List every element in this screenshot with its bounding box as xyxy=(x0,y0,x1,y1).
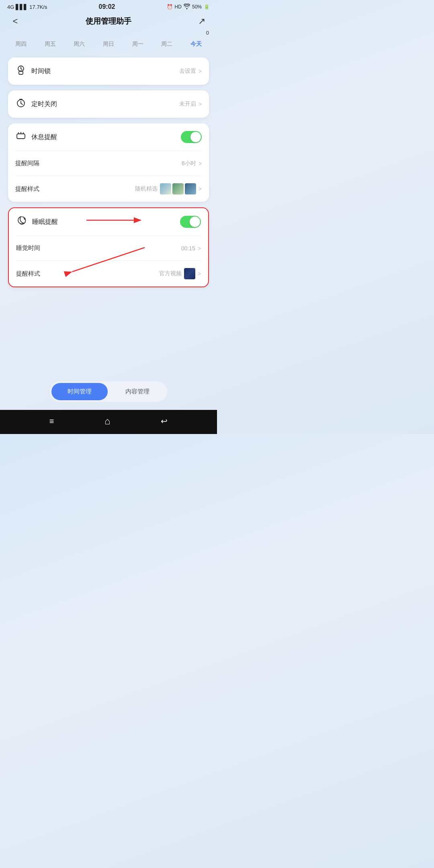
signal-bars: ▋▋▋ xyxy=(16,4,28,10)
tab-mon[interactable]: 周一 xyxy=(131,40,145,49)
wifi-icon xyxy=(184,4,190,10)
sleep-reminder-icon xyxy=(16,215,27,228)
rest-style-right: 随机精选 > xyxy=(135,183,202,194)
thumb-1 xyxy=(160,183,171,194)
header-count: 0 xyxy=(0,30,217,36)
time-lock-icon xyxy=(15,65,27,78)
sleep-style-label: 提醒样式 xyxy=(16,270,40,278)
timer-label: 定时关闭 xyxy=(31,100,57,108)
timer-chevron: > xyxy=(199,101,202,107)
signal-text: 4G xyxy=(7,4,14,10)
tab-today[interactable]: 今天 xyxy=(189,40,203,49)
svg-line-2 xyxy=(21,69,22,70)
status-right: ⏰ HD 50% 🔋 xyxy=(167,4,210,10)
sleep-reminder-card: 睡眠提醒 睡觉时间 00:15 > 提醒样式 官方视频 > xyxy=(8,207,209,287)
sleep-reminder-left: 睡眠提醒 xyxy=(16,215,58,228)
tab-content-mgmt[interactable]: 内容管理 xyxy=(109,383,166,400)
content-area: 时间锁 去设置 > 定时关闭 xyxy=(0,54,217,375)
thumb-official xyxy=(184,268,195,279)
tab-thu[interactable]: 周四 xyxy=(14,40,28,49)
time-lock-right: 去设置 > xyxy=(179,68,202,75)
sleep-reminder-toggle[interactable] xyxy=(180,216,201,228)
sleep-time-right: 00:15 > xyxy=(181,245,201,252)
sleep-time-chevron: > xyxy=(198,245,201,252)
rest-reminder-row[interactable]: 休息提醒 xyxy=(15,123,202,151)
sleep-reminder-label: 睡眠提醒 xyxy=(32,218,58,226)
sleep-style-right: 官方视频 > xyxy=(159,268,201,279)
sleep-time-row[interactable]: 睡觉时间 00:15 > xyxy=(16,235,201,260)
nav-back-icon[interactable]: ↩ xyxy=(161,416,168,426)
rest-interval-label: 提醒间隔 xyxy=(15,160,39,167)
battery-icon: 🔋 xyxy=(204,4,210,10)
status-left: 4G ▋▋▋ 17.7K/s xyxy=(7,4,47,10)
time-lock-chevron: > xyxy=(199,68,202,74)
rest-reminder-card: 休息提醒 提醒间隔 8小时 > 提醒样式 随机精选 > xyxy=(8,123,209,202)
nav-bar: ≡ ⌂ ↩ xyxy=(0,410,217,434)
timer-action: 未开启 xyxy=(179,100,196,108)
timer-icon xyxy=(15,98,27,111)
rest-style-row[interactable]: 提醒样式 随机精选 > xyxy=(15,176,202,202)
tab-sun[interactable]: 周日 xyxy=(101,40,116,49)
rest-style-value: 随机精选 xyxy=(135,185,158,192)
rest-interval-value: 8小时 xyxy=(182,160,196,167)
rest-style-thumbs xyxy=(160,183,196,194)
svg-line-8 xyxy=(21,103,23,104)
time-lock-card: 时间锁 去设置 > xyxy=(8,57,209,85)
share-button[interactable]: ↗ xyxy=(194,16,209,27)
timer-card: 定时关闭 未开启 > xyxy=(8,90,209,118)
svg-rect-10 xyxy=(17,134,25,139)
bottom-tabs-inner: 时间管理 内容管理 xyxy=(50,381,167,402)
alarm-icon: ⏰ xyxy=(167,4,173,10)
tab-fri[interactable]: 周五 xyxy=(43,40,57,49)
header: < 使用管理助手 ↗ xyxy=(0,12,217,30)
bottom-tabs: 时间管理 内容管理 xyxy=(0,375,217,410)
time-lock-label: 时间锁 xyxy=(31,67,51,76)
rest-interval-chevron: > xyxy=(199,160,202,167)
timer-left: 定时关闭 xyxy=(15,98,57,111)
nav-home-icon[interactable]: ⌂ xyxy=(104,416,111,427)
sleep-time-value: 00:15 xyxy=(181,245,195,252)
rest-style-chevron: > xyxy=(199,186,202,192)
status-time: 09:02 xyxy=(99,3,115,10)
thumb-2 xyxy=(172,183,184,194)
sleep-reminder-row[interactable]: 睡眠提醒 xyxy=(16,208,201,235)
day-tabs: 周四 周五 周六 周日 周一 周二 今天 xyxy=(0,37,217,54)
rest-interval-right: 8小时 > xyxy=(182,160,202,167)
rest-reminder-toggle[interactable] xyxy=(181,131,202,143)
rest-style-label: 提醒样式 xyxy=(15,185,39,193)
back-button[interactable]: < xyxy=(8,16,23,27)
nav-menu-icon[interactable]: ≡ xyxy=(49,417,54,426)
rest-reminder-icon xyxy=(15,131,27,143)
timer-right: 未开启 > xyxy=(179,100,202,108)
sleep-style-row[interactable]: 提醒样式 官方视频 > xyxy=(16,260,201,287)
sleep-style-chevron: > xyxy=(198,270,201,277)
rest-reminder-left: 休息提醒 xyxy=(15,131,57,143)
time-lock-row[interactable]: 时间锁 去设置 > xyxy=(15,57,202,85)
sleep-time-label: 睡觉时间 xyxy=(16,244,40,252)
hd-badge: HD xyxy=(175,4,182,10)
timer-row[interactable]: 定时关闭 未开启 > xyxy=(15,90,202,118)
sleep-style-value: 官方视频 xyxy=(159,270,182,277)
time-lock-left: 时间锁 xyxy=(15,65,51,78)
time-lock-action: 去设置 xyxy=(179,68,196,75)
rest-reminder-label: 休息提醒 xyxy=(31,133,57,141)
tab-tue[interactable]: 周二 xyxy=(160,40,174,49)
tab-time-mgmt[interactable]: 时间管理 xyxy=(51,383,108,400)
thumb-3 xyxy=(185,183,196,194)
sleep-card-wrapper: 睡眠提醒 睡觉时间 00:15 > 提醒样式 官方视频 > xyxy=(8,207,209,287)
status-bar: 4G ▋▋▋ 17.7K/s 09:02 ⏰ HD 50% 🔋 xyxy=(0,0,217,12)
sleep-style-thumbs xyxy=(184,268,195,279)
tab-sat[interactable]: 周六 xyxy=(72,40,86,49)
network-speed: 17.7K/s xyxy=(29,4,47,10)
page-title: 使用管理助手 xyxy=(23,16,194,27)
battery-text: 50% xyxy=(192,4,202,10)
rest-interval-row[interactable]: 提醒间隔 8小时 > xyxy=(15,151,202,176)
